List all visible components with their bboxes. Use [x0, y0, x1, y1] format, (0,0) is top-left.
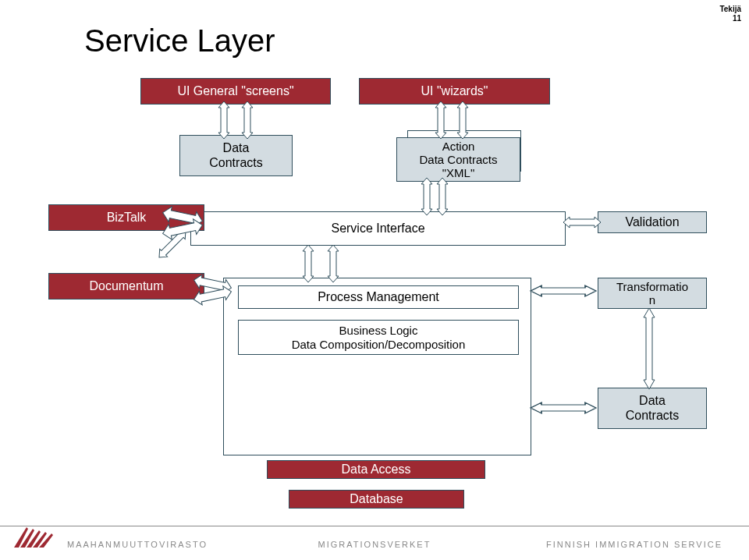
logo-icon [12, 523, 59, 549]
footer-mid: MIGRATIONSVERKET [318, 540, 431, 549]
footer-right: FINNISH IMMIGRATION SERVICE [546, 540, 722, 549]
svg-marker-6 [644, 308, 655, 389]
arrows-layer [0, 0, 749, 560]
footer-divider [0, 526, 749, 526]
slide: Tekijä 11 Service Layer UI General "scre… [0, 0, 749, 560]
footer-left: MAAHANMUUTTOVIRASTO [67, 540, 208, 549]
